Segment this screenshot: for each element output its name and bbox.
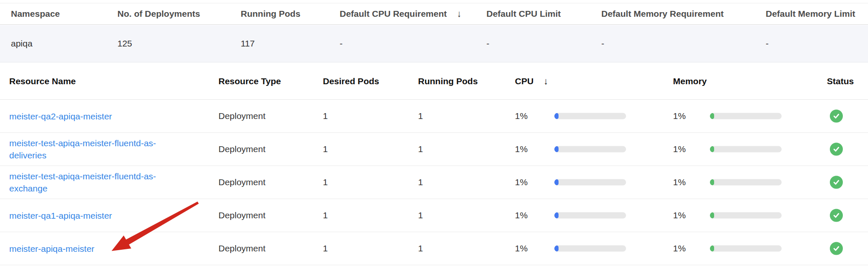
desired-pods-value: 1 [323,177,328,187]
desired-pods-value: 1 [323,144,328,154]
status-healthy-icon [830,242,843,255]
table-row: meister-qa2-apiqa-meister Deployment 1 1… [0,100,868,133]
default-memory-limit-value: - [766,39,769,49]
resource-link[interactable]: meister-test-apiqa-meister-fluentd-as-ex… [9,170,181,194]
running-pods-value: 1 [418,177,423,187]
resource-link[interactable]: meister-test-apiqa-meister-fluentd-as-de… [9,137,181,161]
desired-pods-value: 1 [323,111,328,121]
table-row: meister-test-apiqa-meister-fluentd-as-ex… [0,166,868,199]
resource-link[interactable]: meister-qa1-apiqa-meister [9,210,181,222]
cpu-progress-bar [554,212,626,219]
desired-pods-value: 1 [323,243,328,253]
resource-type: Deployment [218,210,265,220]
namespace-deployments-panel: Namespace No. of Deployments Running Pod… [0,0,868,269]
resource-type: Deployment [218,243,265,253]
default-cpu-limit-value: - [486,39,489,49]
cpu-percent: 1% [515,243,528,253]
header-cpu[interactable]: CPU↓ [515,76,548,87]
status-healthy-icon [830,110,843,123]
header-desired-pods: Desired Pods [323,76,379,86]
header-resource-name: Resource Name [9,76,76,86]
cpu-progress-bar [554,113,626,119]
namespace-row-apiqa[interactable]: apiqa 125 117 - - - - [0,25,868,62]
sort-descending-icon[interactable]: ↓ [543,76,548,87]
status-healthy-icon [830,176,843,189]
memory-percent: 1% [673,243,686,253]
memory-progress-bar [710,179,782,186]
header-default-memory-limit: Default Memory Limit [766,9,855,19]
running-pods-value: 1 [418,243,423,253]
status-healthy-icon [830,143,843,156]
resource-table-body: meister-qa2-apiqa-meister Deployment 1 1… [0,100,868,265]
running-pods-value: 1 [418,144,423,154]
header-running-pods-2: Running Pods [418,76,478,86]
header-default-cpu-requirement[interactable]: Default CPU Requirement↓ [340,8,462,19]
header-default-cpu-limit: Default CPU Limit [486,9,561,19]
memory-progress-bar [710,212,782,219]
header-status: Status [827,76,854,86]
namespace-table-header: Namespace No. of Deployments Running Pod… [0,3,868,25]
header-resource-type: Resource Type [218,76,281,86]
resource-type: Deployment [218,144,265,154]
header-running-pods: Running Pods [241,9,300,19]
deployments-count: 125 [117,39,132,49]
running-pods-count: 117 [241,39,255,49]
header-no-of-deployments: No. of Deployments [117,9,200,19]
sort-descending-icon[interactable]: ↓ [457,8,462,19]
cpu-percent: 1% [515,111,528,121]
resource-table-header: Resource Name Resource Type Desired Pods… [0,63,868,100]
cpu-percent: 1% [515,144,528,154]
status-healthy-icon [830,209,843,222]
resource-type: Deployment [218,111,265,121]
header-default-memory-requirement: Default Memory Requirement [601,9,724,19]
memory-percent: 1% [673,144,686,154]
namespace-name: apiqa [11,39,32,49]
table-row: meister-apiqa-meister Deployment 1 1 1% … [0,232,868,265]
table-row: meister-qa1-apiqa-meister Deployment 1 1… [0,199,868,232]
resource-type: Deployment [218,177,265,187]
default-cpu-requirement-value: - [340,39,343,49]
memory-progress-bar [710,113,782,119]
cpu-progress-bar [554,146,626,153]
header-memory: Memory [673,76,707,86]
memory-progress-bar [710,246,782,252]
memory-percent: 1% [673,111,686,121]
resource-link[interactable]: meister-qa2-apiqa-meister [9,110,181,122]
cpu-percent: 1% [515,210,528,220]
resource-link-annotated[interactable]: meister-apiqa-meister [9,243,181,255]
memory-percent: 1% [673,210,686,220]
cpu-percent: 1% [515,177,528,187]
cpu-progress-bar [554,179,626,186]
table-row: meister-test-apiqa-meister-fluentd-as-de… [0,133,868,166]
desired-pods-value: 1 [323,210,328,220]
running-pods-value: 1 [418,111,423,121]
memory-progress-bar [710,146,782,153]
header-namespace: Namespace [11,9,60,19]
default-memory-requirement-value: - [601,39,604,49]
cpu-progress-bar [554,246,626,252]
running-pods-value: 1 [418,210,423,220]
memory-percent: 1% [673,177,686,187]
